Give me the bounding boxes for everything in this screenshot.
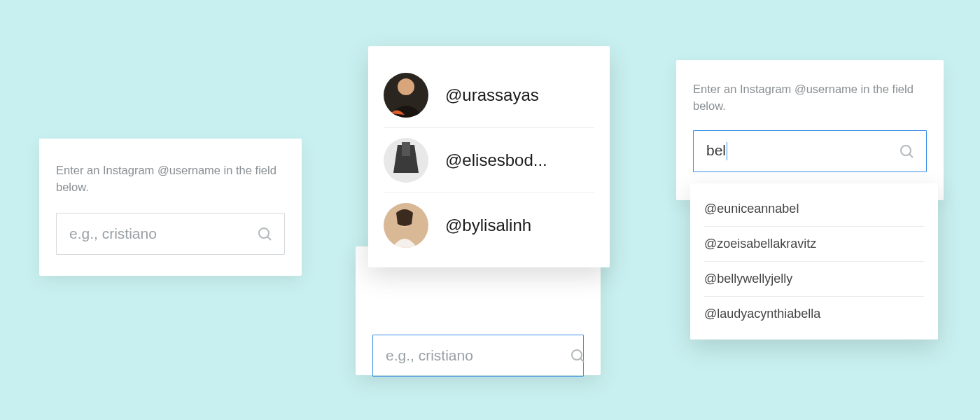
search-input[interactable] <box>69 225 256 242</box>
avatar <box>384 73 428 118</box>
search-box[interactable] <box>56 213 285 255</box>
svg-line-11 <box>909 154 913 158</box>
text-caret <box>727 142 727 160</box>
results-popover: @urassayas @elisesbod... @bylisalinh <box>368 46 610 267</box>
result-handle: @urassayas <box>445 85 539 105</box>
avatar <box>384 138 428 183</box>
svg-line-1 <box>267 237 271 240</box>
avatar <box>384 203 428 248</box>
search-box[interactable] <box>372 335 584 377</box>
search-card-typing: Enter an Instagram @username in the fiel… <box>676 60 944 200</box>
svg-point-5 <box>398 78 414 95</box>
search-icon[interactable] <box>898 143 915 160</box>
svg-point-10 <box>901 146 911 155</box>
search-icon[interactable] <box>569 347 586 364</box>
result-item[interactable]: @elisesbod... <box>384 128 594 193</box>
instruction-text: Enter an Instagram @username in the fiel… <box>56 162 285 196</box>
suggestion-item[interactable]: @laudyacynthiabella <box>704 297 924 331</box>
svg-point-0 <box>259 228 269 238</box>
search-input[interactable]: bel <box>706 142 898 160</box>
search-icon[interactable] <box>256 225 273 242</box>
search-card-default: Enter an Instagram @username in the fiel… <box>39 139 302 276</box>
search-box[interactable]: bel <box>693 130 927 172</box>
search-input[interactable] <box>386 347 569 364</box>
svg-line-3 <box>580 358 584 362</box>
suggestion-item[interactable]: @zoeisabellakravitz <box>704 227 924 262</box>
instruction-text: Enter an Instagram @username in the fiel… <box>693 81 927 115</box>
result-item[interactable]: @bylisalinh <box>384 193 594 258</box>
search-card-results: @urassayas @elisesbod... @bylisalinh <box>335 46 625 375</box>
suggestion-item[interactable]: @bellywellyjelly <box>704 262 924 297</box>
suggestions-dropdown: @euniceannabel @zoeisabellakravitz @bell… <box>690 183 938 340</box>
result-item[interactable]: @urassayas <box>384 63 594 128</box>
result-handle: @elisesbod... <box>445 150 547 170</box>
svg-rect-7 <box>402 142 410 156</box>
suggestion-item[interactable]: @euniceannabel <box>704 192 924 227</box>
result-handle: @bylisalinh <box>445 216 531 235</box>
svg-point-2 <box>572 350 582 360</box>
